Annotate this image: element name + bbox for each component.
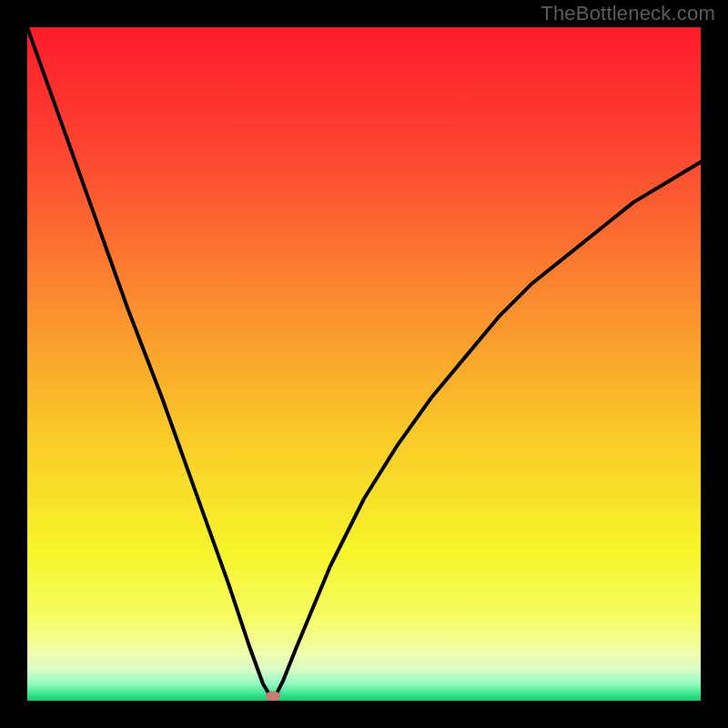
watermark-text: TheBottleneck.com	[541, 2, 715, 25]
optimal-point-marker	[266, 691, 280, 701]
bottleneck-curve	[27, 27, 701, 701]
plot-area	[27, 27, 701, 701]
